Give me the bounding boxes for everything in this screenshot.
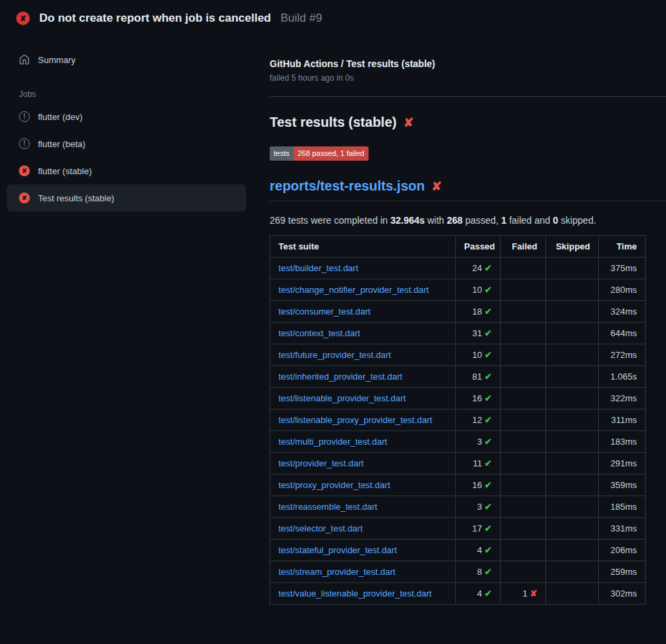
- passed-cell: 10 ✔: [456, 344, 501, 366]
- results-table-body: test/builder_test.dart24 ✔375mstest/chan…: [270, 258, 646, 605]
- x-glyph: ✘: [22, 168, 27, 174]
- passed-cell: 31 ✔: [456, 323, 501, 344]
- passed-cell: 17 ✔: [456, 518, 501, 540]
- test-suite-link[interactable]: test/builder_test.dart: [278, 263, 358, 273]
- cancelled-status-icon: !: [19, 111, 30, 122]
- table-row: test/change_notifier_provider_test.dart1…: [270, 279, 646, 301]
- test-suite-link[interactable]: test/future_provider_test.dart: [278, 350, 391, 360]
- check-icon: ✔: [484, 306, 492, 317]
- check-icon: ✔: [484, 588, 492, 599]
- time-cell: 375ms: [599, 258, 646, 279]
- table-row: test/stream_provider_test.dart8 ✔259ms: [270, 561, 646, 583]
- test-suite-link[interactable]: test/change_notifier_provider_test.dart: [278, 285, 429, 295]
- table-row: test/stateful_provider_test.dart4 ✔206ms: [270, 540, 646, 561]
- check-icon: ✔: [484, 458, 492, 468]
- skipped-cell: [546, 540, 599, 561]
- check-icon: ✔: [484, 371, 492, 382]
- passed-cell: 11 ✔: [456, 453, 501, 475]
- summary-failed-count: 1: [501, 215, 507, 226]
- test-suite-link[interactable]: test/stream_provider_test.dart: [278, 567, 396, 577]
- suite-cell: test/consumer_test.dart: [270, 301, 456, 323]
- check-icon: ✔: [484, 393, 492, 403]
- test-suite-link[interactable]: test/selector_test.dart: [278, 523, 362, 534]
- check-icon: ✔: [484, 502, 492, 512]
- build-number: Build #9: [280, 12, 322, 25]
- failed-status-icon: ✘: [19, 193, 30, 203]
- passed-cell: 3 ✔: [456, 431, 501, 453]
- test-suite-link[interactable]: test/reassemble_test.dart: [278, 502, 377, 512]
- table-row: test/future_provider_test.dart10 ✔272ms: [270, 344, 646, 366]
- sidebar-item-flutter-beta[interactable]: ! flutter (beta): [7, 130, 246, 157]
- sidebar-item-test-results-stable[interactable]: ✘ Test results (stable): [7, 184, 246, 212]
- passed-cell: 24 ✔: [456, 258, 501, 279]
- time-cell: 291ms: [599, 453, 646, 475]
- section-title: Test results (stable) ✘: [270, 115, 666, 130]
- failed-cell: [501, 279, 546, 301]
- test-suite-link[interactable]: test/inherited_provider_test.dart: [278, 371, 402, 382]
- page-title: Do not create report when job is cancell…: [39, 12, 271, 25]
- suite-cell: test/listenable_provider_test.dart: [270, 388, 456, 409]
- sidebar-item-label: Test results (stable): [38, 193, 115, 203]
- table-row: test/listenable_proxy_provider_test.dart…: [270, 409, 646, 431]
- passed-cell: 12 ✔: [456, 409, 501, 431]
- test-suite-link[interactable]: test/listenable_proxy_provider_test.dart: [278, 415, 432, 425]
- time-cell: 185ms: [599, 496, 646, 518]
- badge-label: tests: [270, 146, 293, 161]
- column-header-skipped: Skipped: [546, 236, 599, 258]
- suite-cell: test/selector_test.dart: [270, 518, 456, 540]
- test-suite-link[interactable]: test/stateful_provider_test.dart: [278, 545, 397, 555]
- time-cell: 302ms: [599, 583, 646, 605]
- table-row: test/multi_provider_test.dart3 ✔183ms: [270, 431, 646, 453]
- suite-cell: test/multi_provider_test.dart: [270, 431, 456, 453]
- failed-status-icon: ✘: [16, 12, 30, 25]
- report-title: reports/test-results.json ✘: [270, 178, 666, 201]
- check-icon: ✔: [484, 263, 492, 273]
- suite-cell: test/stream_provider_test.dart: [270, 561, 456, 583]
- test-suite-link[interactable]: test/proxy_provider_test.dart: [278, 480, 390, 490]
- report-file-link[interactable]: reports/test-results.json: [270, 178, 425, 194]
- check-icon: ✔: [484, 523, 492, 534]
- summary-text: passed,: [463, 215, 501, 226]
- time-cell: 206ms: [599, 540, 646, 561]
- failed-cell: [501, 344, 546, 366]
- summary-text: with: [425, 215, 447, 226]
- skipped-cell: [546, 323, 599, 344]
- skipped-cell: [546, 409, 599, 431]
- sidebar: Summary Jobs ! flutter (dev) ! flutter (…: [0, 34, 254, 212]
- main-content: GitHub Actions / Test results (stable) f…: [254, 34, 666, 605]
- passed-cell: 16 ✔: [456, 388, 501, 409]
- sidebar-item-summary[interactable]: Summary: [7, 46, 246, 73]
- suite-cell: test/value_listenable_provider_test.dart: [270, 583, 456, 605]
- time-cell: 359ms: [599, 475, 646, 496]
- skipped-cell: [546, 344, 599, 366]
- summary-passed-count: 268: [447, 215, 463, 226]
- time-cell: 259ms: [599, 561, 646, 583]
- test-suite-link[interactable]: test/multi_provider_test.dart: [278, 437, 387, 447]
- passed-cell: 18 ✔: [456, 301, 501, 323]
- table-row: test/reassemble_test.dart3 ✔185ms: [270, 496, 646, 518]
- test-suite-link[interactable]: test/consumer_test.dart: [278, 306, 371, 317]
- badge-row: tests 268 passed, 1 failed: [270, 146, 666, 161]
- sidebar-item-flutter-stable[interactable]: ✘ flutter (stable): [7, 157, 246, 184]
- jobs-section-label: Jobs: [7, 89, 246, 99]
- suite-cell: test/future_provider_test.dart: [270, 344, 456, 366]
- test-suite-link[interactable]: test/provider_test.dart: [278, 458, 364, 468]
- sidebar-item-flutter-dev[interactable]: ! flutter (dev): [7, 103, 246, 130]
- suite-cell: test/stateful_provider_test.dart: [270, 540, 456, 561]
- table-header-row: Test suite Passed Failed Skipped Time: [270, 236, 646, 258]
- table-row: test/listenable_provider_test.dart16 ✔32…: [270, 388, 646, 409]
- passed-cell: 3 ✔: [456, 496, 501, 518]
- check-icon: ✔: [484, 437, 492, 447]
- skipped-cell: [546, 301, 599, 323]
- table-row: test/selector_test.dart17 ✔331ms: [270, 518, 646, 540]
- failed-cell: [501, 431, 546, 453]
- test-suite-link[interactable]: test/context_test.dart: [278, 328, 360, 338]
- table-row: test/proxy_provider_test.dart16 ✔359ms: [270, 475, 646, 496]
- test-suite-link[interactable]: test/value_listenable_provider_test.dart: [278, 588, 432, 599]
- skipped-cell: [546, 366, 599, 388]
- column-header-test-suite: Test suite: [270, 236, 456, 258]
- failed-cell: [501, 540, 546, 561]
- column-header-time: Time: [599, 236, 646, 258]
- failed-cell: [501, 561, 546, 583]
- test-suite-link[interactable]: test/listenable_provider_test.dart: [278, 393, 406, 403]
